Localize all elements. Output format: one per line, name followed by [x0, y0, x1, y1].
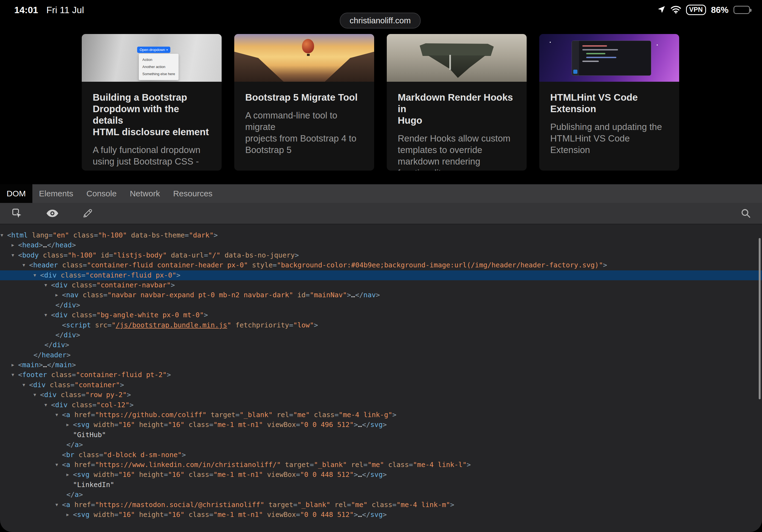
- dom-tree-node[interactable]: ▼<div class="container">: [0, 380, 762, 390]
- disclosure-triangle-collapsed[interactable]: ▶: [12, 360, 14, 370]
- demo-menu-item: Action: [142, 56, 175, 63]
- disclosure-triangle-expanded[interactable]: ▼: [23, 260, 25, 270]
- dom-tree-node[interactable]: </a>: [0, 440, 762, 450]
- waterfall-shape: [449, 55, 451, 70]
- dom-tree-node[interactable]: </div>: [0, 330, 762, 340]
- mini-code-line: [586, 57, 616, 58]
- card-description: A fully functional dropdown using just B…: [93, 144, 211, 171]
- disclosure-triangle-expanded[interactable]: ▼: [12, 250, 14, 260]
- article-card-migrate-tool[interactable]: Bootstrap 5 Migrate Tool A command-line …: [234, 34, 374, 171]
- disclosure-triangle-expanded[interactable]: ▼: [44, 400, 47, 410]
- dom-tree-node[interactable]: ▼<a href="https://www.linkedin.com/in/ch…: [0, 460, 762, 470]
- dom-tree-node[interactable]: ▼<html lang="en" class="h-100" data-bs-t…: [0, 230, 762, 240]
- article-card-row: Open dropdown ▾ Action Another action So…: [82, 34, 679, 171]
- card-body: Markdown Render Hooks in Hugo Render Hoo…: [387, 82, 527, 171]
- mini-code-line: [582, 45, 607, 46]
- article-card-render-hooks[interactable]: Markdown Render Hooks in Hugo Render Hoo…: [387, 34, 527, 171]
- pencil-icon[interactable]: [82, 208, 93, 219]
- dom-tree-node[interactable]: ▼<div class="bg-angle-white px-0 mt-0">: [0, 310, 762, 320]
- dom-tree-node[interactable]: ▼<a href="https://github.com/coliff" tar…: [0, 410, 762, 420]
- disclosure-triangle-collapsed[interactable]: ▶: [55, 290, 58, 300]
- dom-tree-node[interactable]: </div>: [0, 300, 762, 310]
- mini-code-line: [582, 49, 618, 50]
- card-thumbnail-balloon: [234, 34, 374, 82]
- dom-tree[interactable]: ▼<html lang="en" class="h-100" data-bs-t…: [0, 224, 762, 532]
- inspector-tab-bar: DOM Elements Console Network Resources: [0, 184, 762, 203]
- dom-tree-node[interactable]: ▶<svg width="16" height="16" class="me-1…: [0, 510, 762, 520]
- card-thumbnail-dropdown-demo: Open dropdown ▾ Action Another action So…: [82, 34, 222, 82]
- card-description: Publishing and updating the HTMLHint VS …: [550, 121, 668, 156]
- dom-tree-node[interactable]: ▶<svg width="16" height="16" class="me-1…: [0, 420, 762, 430]
- dom-tree-node[interactable]: ▼<body class="h-100" id="listjs-body" da…: [0, 250, 762, 260]
- disclosure-triangle-expanded[interactable]: ▼: [44, 280, 47, 290]
- disclosure-triangle-expanded[interactable]: ▼: [55, 500, 58, 510]
- dom-tree-node[interactable]: <script src="/js/bootstrap.bundle.min.js…: [0, 320, 762, 330]
- ipad-screen: 14:01 Fri 11 Jul VPN 86% ch: [0, 0, 762, 532]
- dom-tree-node[interactable]: ▶<svg width="16" height="16" class="me-1…: [0, 470, 762, 480]
- disclosure-triangle-expanded[interactable]: ▼: [1, 230, 3, 240]
- card-description: Render Hooks allow custom templates to o…: [398, 133, 516, 171]
- location-arrow-icon: [657, 5, 666, 15]
- dom-tree-node[interactable]: ▼<div class="container-fluid px-0">: [0, 270, 762, 280]
- dom-tree-node[interactable]: ▼<div class="row py-2">: [0, 390, 762, 400]
- island-bottom-shape: [428, 55, 486, 78]
- card-body: Bootstrap 5 Migrate Tool A command-line …: [234, 82, 374, 156]
- web-inspector-panel: DOM Elements Console Network Resources: [0, 184, 762, 532]
- article-card-htmlhint[interactable]: HTMLHint VS Code Extension Publishing an…: [539, 34, 679, 171]
- disclosure-triangle-expanded[interactable]: ▼: [23, 380, 25, 390]
- disclosure-triangle-expanded[interactable]: ▼: [34, 390, 36, 400]
- clock: 14:01: [14, 5, 38, 15]
- tab-resources[interactable]: Resources: [167, 184, 219, 203]
- dom-tree-node[interactable]: ▼<div class="col-12">: [0, 400, 762, 410]
- tab-network[interactable]: Network: [123, 184, 167, 203]
- disclosure-triangle-collapsed[interactable]: ▶: [12, 240, 14, 250]
- element-picker-icon[interactable]: [12, 208, 23, 219]
- url-bar[interactable]: christianoliff.com: [340, 13, 421, 29]
- status-right: VPN 86%: [657, 5, 750, 15]
- dom-tree-node[interactable]: ▼<header class="container-fluid containe…: [0, 260, 762, 270]
- dom-tree-node[interactable]: </a>: [0, 490, 762, 499]
- caret-down-icon: ▾: [167, 48, 168, 51]
- eye-icon[interactable]: [46, 209, 59, 218]
- disclosure-triangle-expanded[interactable]: ▼: [12, 370, 14, 380]
- dom-tree-node[interactable]: </div>: [0, 340, 762, 350]
- vpn-badge: VPN: [686, 5, 706, 15]
- dom-tree-node[interactable]: ▶<main>…</main>: [0, 360, 762, 370]
- mountain-shape: [325, 49, 374, 82]
- disclosure-triangle-expanded[interactable]: ▼: [55, 460, 58, 470]
- mini-editor-icon: [573, 70, 577, 74]
- dom-tree-node[interactable]: <br class="d-block d-sm-none">: [0, 450, 762, 460]
- dom-tree-node[interactable]: </header>: [0, 350, 762, 360]
- dom-tree-node[interactable]: "LinkedIn": [0, 480, 762, 490]
- tab-dom[interactable]: DOM: [0, 184, 33, 203]
- tab-elements[interactable]: Elements: [33, 184, 80, 203]
- disclosure-triangle-collapsed[interactable]: ▶: [66, 420, 69, 430]
- card-title: HTMLHint VS Code Extension: [550, 92, 668, 114]
- dom-tree-node[interactable]: ▼<footer class="container-fluid pt-2">: [0, 370, 762, 380]
- mini-editor-window: [572, 40, 651, 76]
- search-icon[interactable]: [741, 208, 751, 219]
- card-description: A command-line tool to migrate projects …: [245, 110, 363, 156]
- disclosure-triangle-expanded[interactable]: ▼: [55, 410, 58, 420]
- mini-code-line: [586, 53, 605, 54]
- mountain-shape: [234, 49, 284, 82]
- disclosure-triangle-expanded[interactable]: ▼: [44, 310, 47, 320]
- card-title: Building a Bootstrap Dropdown with the d…: [93, 92, 211, 138]
- card-thumbnail-editor-space: [539, 34, 679, 82]
- tab-console[interactable]: Console: [80, 184, 123, 203]
- wifi-icon: [671, 6, 681, 15]
- dom-tree-node[interactable]: ▼<a href="https://mastodon.social/@chris…: [0, 500, 762, 510]
- disclosure-triangle-expanded[interactable]: ▼: [34, 270, 36, 280]
- disclosure-triangle-collapsed[interactable]: ▶: [66, 510, 69, 520]
- dom-tree-node[interactable]: ▶<head>…</head>: [0, 240, 762, 250]
- dom-tree-node[interactable]: ▼<div class="container-navbar">: [0, 280, 762, 290]
- demo-menu-item: Another action: [142, 63, 175, 70]
- mini-code-line: [582, 61, 599, 62]
- dom-tree-node[interactable]: ▶<nav class="navbar navbar-expand pt-0 m…: [0, 290, 762, 300]
- scrollbar[interactable]: [759, 238, 761, 399]
- card-title: Markdown Render Hooks in Hugo: [398, 92, 516, 126]
- article-card-bootstrap-dropdown[interactable]: Open dropdown ▾ Action Another action So…: [82, 34, 222, 171]
- dom-tree-node[interactable]: "GitHub": [0, 430, 762, 440]
- disclosure-triangle-collapsed[interactable]: ▶: [66, 470, 69, 480]
- battery-icon: [733, 6, 750, 14]
